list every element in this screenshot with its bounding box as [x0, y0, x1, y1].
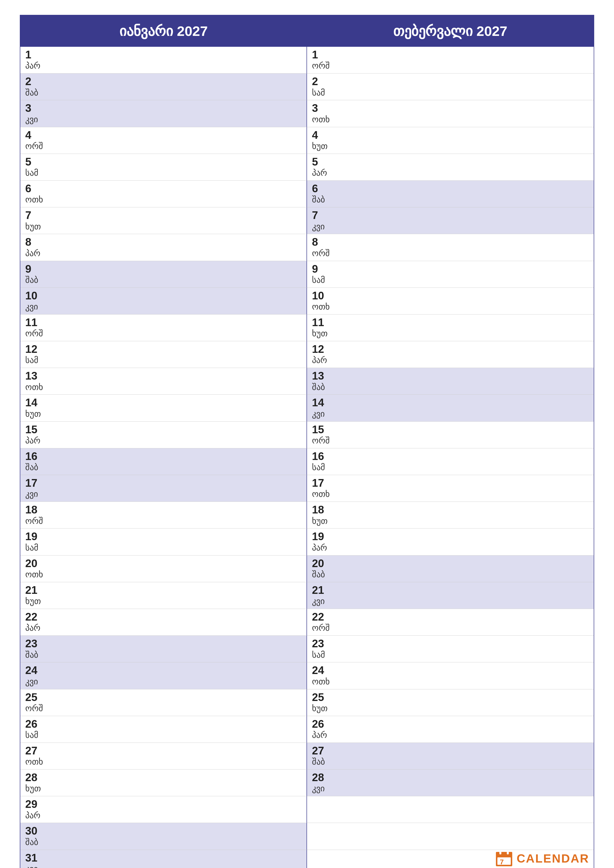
february-day-row: 7კვი: [307, 207, 594, 234]
february-day-row: 21კვი: [307, 582, 594, 609]
day-number: 12: [312, 343, 589, 355]
day-name: შაბ: [25, 650, 302, 660]
january-day-row: 18ორშ: [20, 502, 307, 529]
january-day-row: 9შაბ: [20, 261, 307, 288]
january-day-row: 5სამ: [20, 154, 307, 181]
day-number: 26: [25, 718, 302, 730]
january-day-row: 31კვი: [20, 850, 307, 868]
day-name: კვი: [25, 489, 302, 499]
day-number: 4: [312, 129, 589, 141]
february-day-row: 22ორშ: [307, 609, 594, 636]
day-number: 7: [312, 209, 589, 221]
svg-rect-1: [496, 852, 512, 857]
day-number: 7: [25, 209, 302, 221]
svg-rect-4: [499, 851, 501, 854]
day-number: 25: [25, 691, 302, 703]
february-day-row: 25ხუთ: [307, 689, 594, 716]
january-day-row: 24კვი: [20, 662, 307, 689]
day-name: შაბ: [312, 382, 589, 392]
day-name: ოთხ: [25, 382, 302, 392]
day-number: 18: [25, 504, 302, 516]
day-number: 1: [312, 49, 589, 60]
logo-area: 7 CALENDAR: [496, 850, 589, 867]
day-number: 3: [25, 102, 302, 114]
january-day-row: 8პარ: [20, 234, 307, 261]
january-day-row: 14ხუთ: [20, 395, 307, 422]
january-day-row: 2შაბ: [20, 73, 307, 100]
day-number: 23: [25, 638, 302, 649]
february-day-row: [307, 796, 594, 823]
day-name: ორშ: [25, 703, 302, 713]
day-number: 30: [25, 825, 302, 837]
day-name: პარ: [312, 355, 589, 365]
february-day-row: [307, 823, 594, 850]
day-name: კვი: [312, 409, 589, 419]
day-name: ორშ: [312, 60, 589, 71]
day-number: 19: [25, 530, 302, 542]
february-day-row: 8ორშ: [307, 234, 594, 261]
day-number: 16: [312, 450, 589, 462]
february-day-row: 5პარ: [307, 154, 594, 181]
day-number: 11: [25, 316, 302, 329]
february-day-row: 12პარ: [307, 341, 594, 368]
january-day-row: 10კვი: [20, 288, 307, 315]
january-day-row: 22პარ: [20, 609, 307, 636]
day-name: სამ: [312, 88, 589, 98]
day-name: შაბ: [25, 837, 302, 847]
january-day-row: 16შაბ: [20, 448, 307, 475]
day-number: 5: [25, 156, 302, 168]
day-name: პარ: [25, 436, 302, 446]
calendar-logo-icon: 7: [496, 850, 513, 867]
day-name: შაბ: [25, 275, 302, 285]
day-number: 11: [312, 316, 589, 329]
day-number: 9: [312, 263, 589, 275]
day-number: 12: [25, 343, 302, 355]
day-name: სამ: [25, 542, 302, 553]
january-day-row: 1პარ: [20, 47, 307, 73]
day-name: პარ: [25, 60, 302, 71]
day-number: 23: [312, 638, 589, 649]
day-number: 27: [312, 745, 589, 756]
february-day-row: 17ოთხ: [307, 475, 594, 502]
day-number: 25: [312, 691, 589, 703]
january-day-row: 7ხუთ: [20, 207, 307, 234]
day-name: ოთხ: [25, 569, 302, 580]
day-name: კვი: [25, 114, 302, 124]
day-name: კვი: [25, 864, 302, 868]
day-name: შაბ: [25, 88, 302, 98]
day-name: ხუთ: [25, 783, 302, 794]
day-number: 15: [25, 424, 302, 436]
day-name: ხუთ: [312, 703, 589, 713]
february-day-row: 2სამ: [307, 73, 594, 100]
day-name: ოთხ: [25, 194, 302, 205]
day-number: 26: [312, 718, 589, 730]
svg-text:7: 7: [500, 858, 504, 866]
day-name: ორშ: [25, 329, 302, 338]
day-number: 9: [25, 263, 302, 275]
day-number: 24: [312, 664, 589, 676]
day-number: 1: [25, 49, 302, 60]
day-name: პარ: [25, 248, 302, 258]
day-name: პარ: [25, 623, 302, 633]
day-number: 6: [312, 183, 589, 194]
january-day-row: 4ორშ: [20, 127, 307, 154]
day-name: სამ: [25, 168, 302, 178]
february-day-row: 9სამ: [307, 261, 594, 288]
january-day-row: 21ხუთ: [20, 582, 307, 609]
day-name: ოთხ: [312, 302, 589, 312]
day-name: ხუთ: [312, 329, 589, 338]
january-day-row: 3კვი: [20, 100, 307, 127]
february-day-row: 13შაბ: [307, 368, 594, 395]
day-number: 14: [312, 397, 589, 409]
day-name: პარ: [312, 542, 589, 553]
february-day-row: 28კვი: [307, 770, 594, 796]
february-day-row: 11ხუთ: [307, 315, 594, 341]
day-number: 8: [312, 236, 589, 248]
day-number: 10: [25, 290, 302, 302]
day-number: 8: [25, 236, 302, 248]
day-number: 15: [312, 424, 589, 436]
day-name: ხუთ: [25, 409, 302, 419]
january-day-row: 25ორშ: [20, 689, 307, 716]
day-name: ოთხ: [312, 676, 589, 687]
day-number: 29: [25, 798, 302, 810]
